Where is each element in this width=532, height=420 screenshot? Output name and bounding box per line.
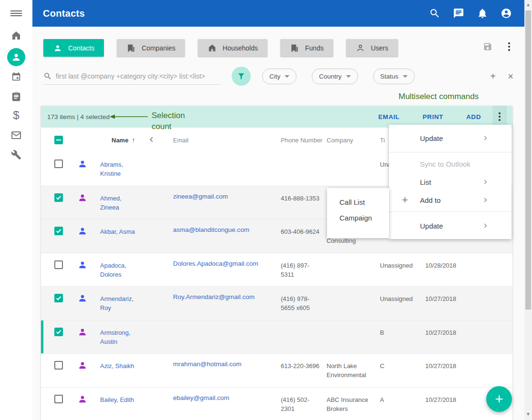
vertical-scrollbar[interactable]: ▲ ▼	[524, 0, 532, 420]
row-checkbox[interactable]	[54, 361, 63, 370]
scroll-up-icon[interactable]: ▲	[526, 3, 531, 7]
menu-item-update[interactable]: Update	[389, 214, 512, 237]
filter-chip-status[interactable]: Status	[373, 69, 415, 84]
add-filter-icon[interactable]: +	[488, 71, 498, 82]
more-vert-icon[interactable]	[508, 46, 510, 48]
add-contact-fab[interactable]: +	[486, 386, 512, 412]
chevron-right-icon	[493, 222, 500, 229]
contact-email-link[interactable]: Roy.Armendariz@gmail.com	[173, 293, 255, 300]
plus-icon: +	[402, 194, 408, 206]
collapse-columns-icon[interactable]	[148, 136, 155, 143]
contact-phone	[281, 320, 327, 354]
annotation-arrow	[109, 113, 149, 120]
contact-name-link[interactable]: Ahmed, Zineea	[100, 195, 122, 211]
calendar-icon[interactable]	[0, 67, 32, 86]
row-checkbox[interactable]	[54, 260, 63, 269]
menu-item-add-to[interactable]: +Add to	[389, 191, 512, 209]
add-button[interactable]: ADD	[455, 113, 492, 120]
row-checkbox[interactable]	[54, 328, 63, 336]
contact-email-link[interactable]: mrahman@hotmail.com	[173, 360, 242, 368]
contact-name-link[interactable]: Armstrong, Austin	[100, 329, 131, 345]
menu-item-label: Update	[420, 134, 443, 142]
row-checkbox[interactable]	[54, 193, 63, 202]
chevron-right-icon	[493, 135, 500, 141]
contact-name-link[interactable]: Aziz, Shaikh	[100, 362, 134, 370]
tab-funds[interactable]: Funds	[280, 39, 333, 57]
chevron-right-icon	[493, 179, 500, 185]
row-checkbox[interactable]	[54, 294, 63, 302]
contact-company	[327, 287, 380, 320]
submenu-item-call-list[interactable]: Call List	[327, 194, 389, 210]
table-row[interactable]: Armstrong, AustinB10/27/2018	[41, 320, 512, 354]
tab-contacts[interactable]: Contacts	[43, 39, 104, 57]
clear-search-icon[interactable]: ×	[506, 71, 515, 82]
contact-company: ABC Insurance Brokers	[327, 388, 380, 420]
menu-item-label: Add to	[420, 196, 440, 204]
page-title: Contacts	[43, 8, 85, 19]
row-checkbox[interactable]	[54, 160, 63, 168]
select-all-checkbox[interactable]	[54, 136, 63, 144]
scroll-down-icon[interactable]: ▼	[526, 412, 531, 416]
annotation-selection-count: Selection count	[152, 110, 185, 132]
chat-icon[interactable]	[453, 8, 464, 19]
contact-date: 10/27/2018	[425, 320, 512, 354]
column-header-company[interactable]: Company	[327, 128, 380, 152]
contact-tier: C	[380, 354, 425, 387]
chevron-down-icon	[285, 75, 289, 78]
dollar-icon[interactable]: $	[0, 106, 32, 125]
contact-tier: B	[380, 320, 425, 354]
person-avatar-icon	[77, 159, 93, 169]
tab-companies[interactable]: Companies	[117, 39, 185, 57]
table-row[interactable]: Aziz, Shaikhmrahman@hotmail.com613-220-3…	[41, 354, 512, 388]
menu-icon[interactable]	[0, 4, 32, 23]
sort-ascending-icon: ↑	[132, 136, 135, 144]
menu-item-update[interactable]: Update	[389, 127, 512, 150]
contact-email-link[interactable]: asma@blanditcongue.com	[173, 226, 249, 233]
filter-chip-group: CityCountryStatus	[262, 69, 415, 84]
column-header-phone[interactable]: Phone Number	[281, 128, 327, 152]
contact-name-link[interactable]: Bailey, Edith	[100, 396, 134, 403]
table-row[interactable]: Apadoca, DoloresDolores.Apadoca@gmail.co…	[41, 253, 512, 287]
contact-date: 10/27/2018	[425, 287, 512, 320]
tab-households[interactable]: Households	[198, 39, 267, 57]
wrench-icon[interactable]	[0, 145, 32, 164]
filter-chip-country[interactable]: Country	[312, 69, 358, 84]
notifications-icon[interactable]	[477, 8, 488, 19]
mail-icon[interactable]	[0, 126, 32, 145]
entity-tabs: ContactsCompaniesHouseholdsFundsUsers	[43, 39, 398, 57]
chip-label: Status	[380, 73, 399, 80]
print-button[interactable]: PRINT	[411, 113, 455, 120]
home-icon[interactable]	[0, 26, 32, 45]
column-header-email[interactable]: Email	[173, 128, 281, 152]
clipboard-icon[interactable]	[0, 87, 32, 106]
contact-tier: A	[380, 388, 425, 420]
search-input[interactable]: first last @company +category city:<city…	[43, 68, 221, 85]
submenu-item-campaign[interactable]: Campaign	[327, 210, 389, 226]
contact-name-link[interactable]: Apadoca, Dolores	[100, 262, 126, 278]
table-row[interactable]: Armendariz, RoyRoy.Armendariz@gmail.com(…	[41, 287, 512, 320]
menu-item-list[interactable]: List	[389, 173, 512, 191]
search-placeholder: first last @company +category city:<city…	[56, 72, 205, 80]
scrollbar-thumb[interactable]	[525, 10, 531, 310]
filter-chip-city[interactable]: City	[262, 69, 297, 84]
contact-name-link[interactable]: Armendariz, Roy	[100, 295, 133, 311]
contact-phone: 613-220-3696	[281, 354, 327, 387]
row-checkbox[interactable]	[54, 395, 63, 403]
chip-label: City	[269, 73, 280, 80]
sidebar-item-contacts[interactable]	[0, 48, 32, 67]
person-avatar-icon	[77, 327, 93, 337]
filter-icon[interactable]	[232, 67, 251, 86]
account-icon[interactable]	[501, 8, 512, 19]
save-icon[interactable]	[483, 42, 492, 51]
table-row[interactable]: Bailey, Edithebailey@gmail.com(416) 502-…	[41, 388, 512, 420]
contact-email-link[interactable]: ebailey@gmail.com	[173, 394, 229, 401]
tab-users[interactable]: Users	[346, 39, 398, 57]
email-button[interactable]: EMAIL	[367, 113, 411, 120]
contact-email-link[interactable]: zineea@gmail.com	[173, 193, 228, 200]
row-checkbox[interactable]	[54, 227, 63, 235]
contact-name-link[interactable]: Abrams, Kristine	[100, 161, 123, 177]
contact-name-link[interactable]: Akbar, Asma	[100, 228, 135, 235]
search-icon[interactable]	[429, 8, 440, 19]
contact-email-link[interactable]: Dolores.Apadoca@gmail.com	[173, 260, 258, 267]
tab-label: Households	[223, 44, 258, 52]
